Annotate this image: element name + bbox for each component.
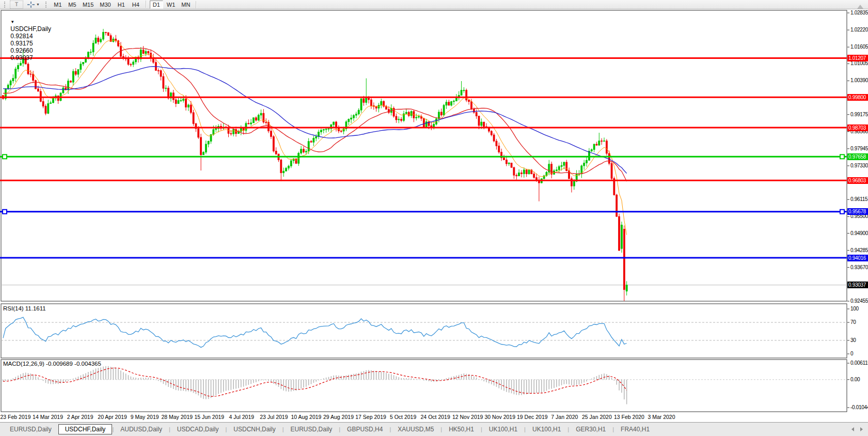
price-tick: 0.92455 [850,298,868,304]
macd-pane[interactable] [1,360,847,412]
chart-tab-HK50-H1[interactable]: HK50,H1 [442,424,481,434]
date-label: 12 Nov 2019 [452,414,483,420]
bar-open-value: 0.92814 [10,33,33,40]
trading-platform-window: T ▼ M1M5M15M30H1H4D1W1MN ▼ USDCHF,Daily … [0,0,868,436]
date-label: 24 Oct 2019 [421,414,450,420]
level-price-label: 1.01207 [847,55,868,61]
rsi-label: RSI(14) 11.1611 [3,305,46,312]
symbol-dropdown-icon[interactable]: ▼ [10,20,14,24]
bar-close-value: 0.93037 [10,54,33,61]
moving-average-21 [3,48,627,181]
moving-average-8 [3,40,627,235]
level-price-label: 0.94016 [847,255,868,261]
price-tick: 1.00390 [850,77,868,83]
date-label: 4 Jul 2019 [229,414,254,420]
price-tick: 1.02220 [850,27,868,33]
price-tick: 0.99175 [850,112,868,117]
chart-tab-UK100-H1[interactable]: UK100,H1 [482,424,524,434]
line-handle[interactable] [840,154,844,159]
chart-tab-bar: EURUSD,DailyUSDCHF,Daily|AUDUSD,Daily|US… [0,422,868,436]
level-price-label: 0.95678 [847,208,868,215]
level-price-label: 0.99800 [847,94,868,101]
tab-scroll-arrows [851,427,863,431]
tab-scroll-right-icon[interactable] [860,427,863,431]
date-label: 29 Aug 2019 [323,414,354,420]
candles-group [3,29,628,301]
line-handle[interactable] [3,154,7,159]
date-label: 10 Aug 2019 [291,414,321,420]
scroll-up-arrow-icon[interactable] [857,5,863,9]
tab-scroll-left-icon[interactable] [851,427,854,431]
price-tick: 0.96115 [850,196,867,202]
rsi-pane[interactable] [1,304,847,358]
chart-tab-XAUUSD-M5[interactable]: XAUUSD,M5 [391,424,440,434]
date-label: 15 Jun 2019 [194,414,224,420]
level-price-label: 0.98703 [847,124,868,131]
macd-tick: 0.00 [850,377,860,382]
date-label: 17 Sep 2019 [355,414,386,420]
price-tick: 0.94900 [850,230,868,236]
main-chart-canvas[interactable] [0,0,868,436]
line-handle[interactable] [3,210,7,214]
price-tick: 1.01605 [850,44,868,50]
rsi-tick: 100 [850,306,859,312]
chart-tab-EURUSD-Daily[interactable]: EURUSD,Daily [3,424,58,434]
date-label: 14 Mar 2019 [33,414,63,420]
macd-tick: -0.010441 [850,404,868,410]
key-level-line-0.97658[interactable] [0,154,847,159]
rsi-tick: 0 [850,351,853,356]
macd-label: MACD(12,26,9) -0.009689 -0.004365 [3,361,101,367]
date-label: 23 Jul 2019 [260,414,288,420]
date-label: 23 Feb 2019 [1,414,31,420]
chart-tab-GBPUSD-H4[interactable]: GBPUSD,H4 [340,424,389,434]
date-label: 25 Jan 2020 [582,414,612,420]
rsi-tick: 70 [850,319,856,325]
chart-tab-EURUSD-Daily[interactable]: EURUSD,Daily [284,424,339,434]
price-tick: 0.93670 [850,264,868,270]
macd-signal-line [3,368,627,396]
price-tick: 0.94285 [850,247,868,253]
current-price-label: 0.93037 [847,282,868,288]
date-label: 7 Jan 2020 [551,414,578,420]
rsi-line [3,317,627,347]
macd-histogram [3,366,627,404]
chart-tab-FRA40-H1[interactable]: FRA40,H1 [614,424,656,434]
bar-high-value: 0.93175 [10,40,33,47]
rsi-tick: 30 [850,337,856,343]
chart-tab-AUDUSD-Daily[interactable]: AUDUSD,Daily [114,424,169,434]
price-tick: 1.02835 [850,10,868,15]
chart-tab-GER30-H1[interactable]: GER30,H1 [569,424,612,434]
date-label: 30 Nov 2019 [484,414,515,420]
price-tick: 0.97945 [850,146,868,151]
chart-symbol-label: USDCHF,Daily [10,25,51,33]
date-label: 5 Oct 2019 [390,414,416,420]
price-tick: 1.01005 [850,60,868,66]
date-label: 28 May 2019 [161,414,193,420]
date-label: 3 Mar 2020 [648,414,675,420]
date-label: 19 Dec 2019 [517,414,548,420]
level-price-label: 0.97658 [847,153,868,160]
date-label: 2 Apr 2019 [67,414,93,420]
chart-tab-USDCNH-Daily[interactable]: USDCNH,Daily [227,424,282,434]
date-label: 9 May 2019 [131,414,159,420]
date-label: 20 Apr 2019 [98,414,127,420]
key-level-line-0.95678[interactable] [0,210,847,214]
chart-tab-UK100-H1[interactable]: UK100,H1 [526,424,567,434]
level-price-label: 0.96803 [847,177,868,184]
line-handle[interactable] [840,210,844,214]
tabs-holder: EURUSD,DailyUSDCHF,Daily|AUDUSD,Daily|US… [3,424,656,434]
price-tick: 0.97330 [850,163,868,168]
bar-low-value: 0.92660 [10,47,33,54]
chart-tab-USDCHF-Daily[interactable]: USDCHF,Daily [58,424,113,434]
chart-title: ▼ USDCHF,Daily 0.92814 0.93175 0.92660 0… [4,11,51,69]
chart-tab-USDCAD-Daily[interactable]: USDCAD,Daily [170,424,226,434]
macd-tick: 0.006115 [850,360,868,366]
date-label: 13 Feb 2020 [614,414,644,420]
